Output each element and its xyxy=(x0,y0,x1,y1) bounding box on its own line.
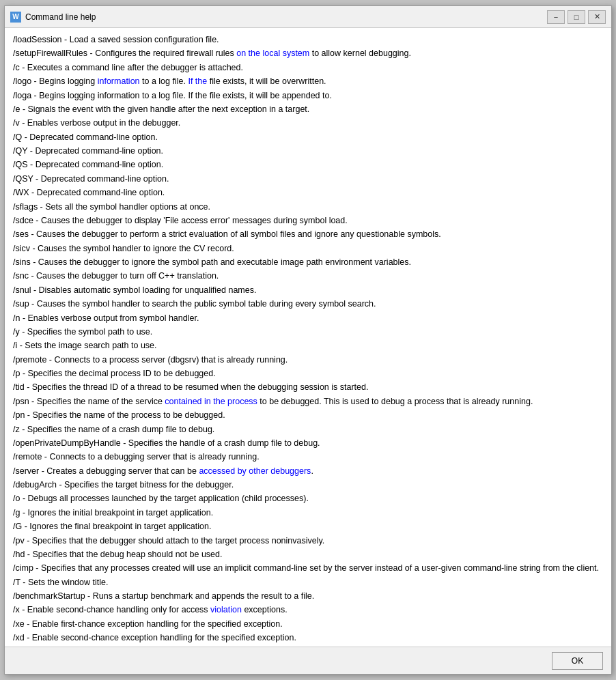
line-loadSession: /loadSession - Load a saved session conf… xyxy=(13,33,603,46)
line-hd: /hd - Specifies that the debug heap shou… xyxy=(13,548,603,561)
dialog-footer: OK xyxy=(5,647,611,674)
line-sins: /sins - Causes the debugger to ignore th… xyxy=(13,256,603,269)
line-snc: /snc - Causes the debugger to turn off C… xyxy=(13,270,603,283)
window-controls: − □ ✕ xyxy=(547,10,606,24)
line-setupFirewallRules: /setupFirewallRules - Configures the req… xyxy=(13,47,603,60)
ok-button[interactable]: OK xyxy=(552,652,603,670)
line-QS: /QS - Deprecated command-line option. xyxy=(13,158,603,171)
minimize-button[interactable]: − xyxy=(547,10,565,24)
line-e: /e - Signals the event with the given ha… xyxy=(13,103,603,116)
line-pn: /pn - Specifies the name of the process … xyxy=(13,409,603,422)
line-y: /y - Specifies the symbol path to use. xyxy=(13,326,603,339)
title-bar-left: W Command line help xyxy=(10,12,96,23)
line-pv: /pv - Specifies that the debugger should… xyxy=(13,535,603,548)
line-sflags: /sflags - Sets all the symbol handler op… xyxy=(13,201,603,214)
line-i: /i - Sets the image search path to use. xyxy=(13,339,603,352)
app-icon: W xyxy=(10,12,21,23)
line-snul: /snul - Disables automatic symbol loadin… xyxy=(13,284,603,297)
line-cimp: /cimp - Specifies that any processes cre… xyxy=(13,562,603,575)
line-n: /n - Enables verbose output from symbol … xyxy=(13,312,603,325)
line-QSY: /QSY - Deprecated command-line option. xyxy=(13,173,603,186)
line-o: /o - Debugs all processes launched by th… xyxy=(13,492,603,505)
line-z: /z - Specifies the name of a crash dump … xyxy=(13,423,603,436)
line-p: /p - Specifies the decimal process ID to… xyxy=(13,367,603,380)
line-WX: /WX - Deprecated command-line option. xyxy=(13,186,603,199)
line-g: /g - Ignores the initial breakpoint in t… xyxy=(13,507,603,520)
main-window: W Command line help − □ ✕ /loadSession -… xyxy=(4,5,612,675)
title-bar: W Command line help − □ ✕ xyxy=(5,6,611,28)
line-sdce: /sdce - Causes the debugger to display '… xyxy=(13,214,603,227)
line-x: /x - Enable second-chance handling only … xyxy=(13,604,603,617)
line-server: /server - Creates a debugging server tha… xyxy=(13,465,603,478)
line-tid: /tid - Specifies the thread ID of a thre… xyxy=(13,381,603,394)
line-benchmarkStartup: /benchmarkStartup - Runs a startup bench… xyxy=(13,590,603,603)
line-psn: /psn - Specifies the name of the service… xyxy=(13,395,603,408)
help-content: /loadSession - Load a saved session conf… xyxy=(5,28,611,647)
line-xd: /xd - Enable second-chance exception han… xyxy=(13,632,603,644)
line-logo: /logo - Begins logging information to a … xyxy=(13,75,603,88)
line-sup: /sup - Causes the symbol handler to sear… xyxy=(13,298,603,311)
line-QY: /QY - Deprecated command-line option. xyxy=(13,145,603,158)
line-premote: /premote - Connects to a process server … xyxy=(13,354,603,367)
line-xe: /xe - Enable first-chance exception hand… xyxy=(13,618,603,631)
line-G: /G - Ignores the final breakpoint in tar… xyxy=(13,520,603,533)
line-debugArch: /debugArch - Specifies the target bitnes… xyxy=(13,479,603,492)
line-v: /v - Enables verbose output in the debug… xyxy=(13,117,603,130)
line-c: /c - Executes a command line after the d… xyxy=(13,61,603,74)
line-sicv: /sicv - Causes the symbol handler to ign… xyxy=(13,242,603,255)
window-title: Command line help xyxy=(25,12,96,22)
line-T: /T - Sets the window title. xyxy=(13,576,603,589)
line-openPrivateDumpByHandle: /openPrivateDumpByHandle - Specifies the… xyxy=(13,437,603,450)
line-remote: /remote - Connects to a debugging server… xyxy=(13,451,603,464)
close-button[interactable]: ✕ xyxy=(588,10,606,24)
line-loga: /loga - Begins logging information to a … xyxy=(13,89,603,102)
maximize-button[interactable]: □ xyxy=(568,10,585,24)
line-Q: /Q - Deprecated command-line option. xyxy=(13,131,603,144)
line-ses: /ses - Causes the debugger to perform a … xyxy=(13,228,603,241)
